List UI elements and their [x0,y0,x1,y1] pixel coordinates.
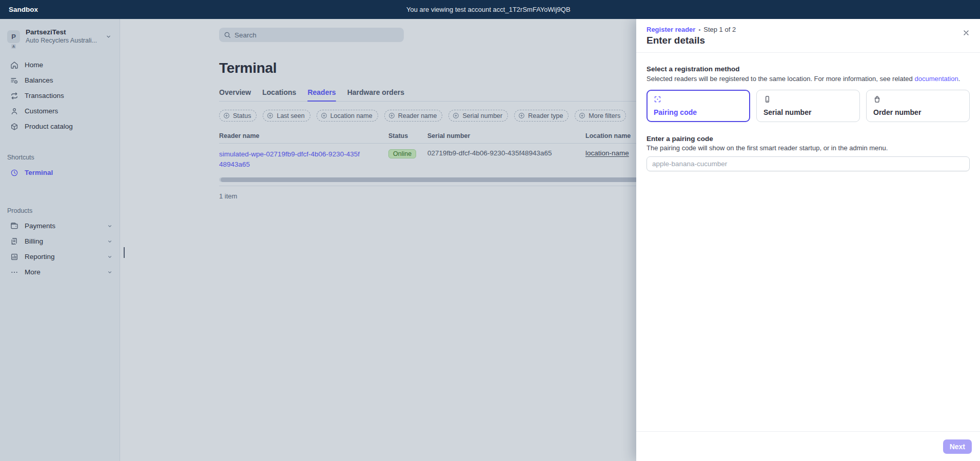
registration-method-cards: Pairing code Serial number Order number [646,90,970,122]
step-indicator: Step 1 of 2 [703,26,736,33]
method-card-pairing-code[interactable]: Pairing code [646,90,750,122]
sandbox-label: Sandbox [0,6,38,13]
next-button[interactable]: Next [943,439,972,454]
registration-method-description: Selected readers will be registered to t… [646,75,970,83]
mobile-device-icon [763,95,853,104]
drawer-footer: Next [636,431,980,461]
pairing-code-description: The pairing code will show on the first … [646,144,970,152]
registration-method-heading: Select a registration method [646,65,970,73]
pairing-code-section: Enter a pairing code The pairing code wi… [646,135,970,171]
pairing-code-heading: Enter a pairing code [646,135,970,143]
breadcrumb-separator: • [698,27,700,33]
close-icon [962,29,970,37]
pairing-code-input[interactable] [646,156,970,171]
drawer-title: Enter details [646,35,970,46]
scan-code-icon [654,95,743,104]
shopping-bag-icon [873,95,963,104]
test-account-notice: You are viewing test account acct_1T2rSm… [406,6,571,13]
method-card-order-number[interactable]: Order number [866,90,970,122]
register-reader-drawer: Register reader • Step 1 of 2 Enter deta… [636,19,980,461]
drawer-header: Register reader • Step 1 of 2 Enter deta… [636,19,980,53]
breadcrumb-register-reader[interactable]: Register reader [646,26,695,33]
drawer-body: Select a registration method Selected re… [636,53,980,431]
documentation-link[interactable]: documentation [914,75,958,83]
breadcrumb: Register reader • Step 1 of 2 [646,26,970,33]
sandbox-topbar: Sandbox You are viewing test account acc… [0,0,980,19]
method-card-serial-number[interactable]: Serial number [756,90,860,122]
close-button[interactable] [961,27,972,38]
